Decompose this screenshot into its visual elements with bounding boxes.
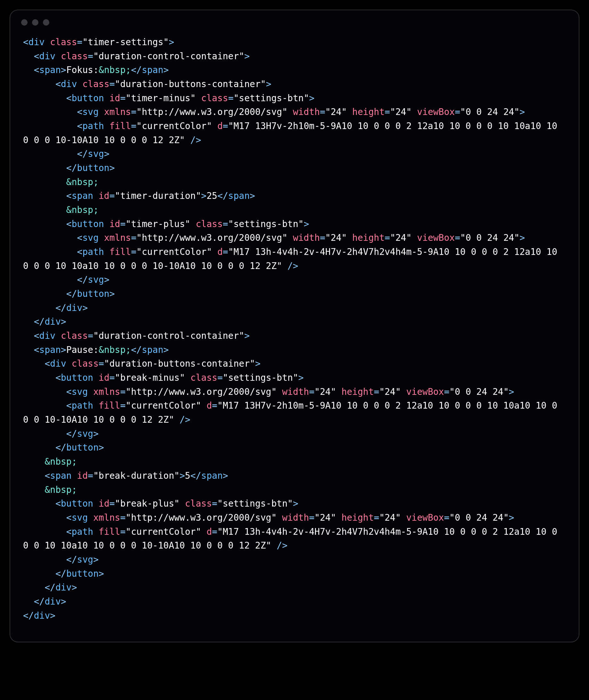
window-titlebar: [10, 10, 579, 29]
close-icon[interactable]: [21, 19, 27, 26]
code-window: <div class="timer-settings"> <div class=…: [10, 10, 579, 642]
minimize-icon[interactable]: [32, 19, 38, 26]
zoom-icon[interactable]: [43, 19, 49, 26]
code-block: <div class="timer-settings"> <div class=…: [10, 29, 579, 642]
